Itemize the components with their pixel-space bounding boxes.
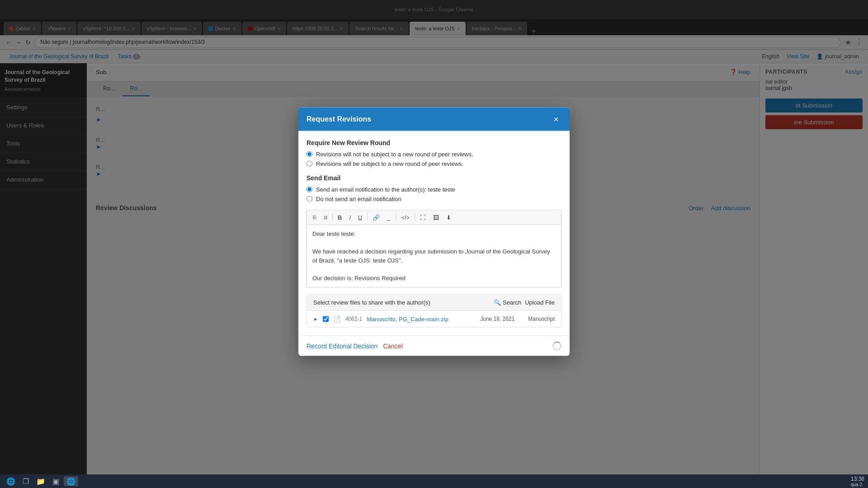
toolbar-underline-btn[interactable]: U <box>355 212 365 222</box>
cancel-button[interactable]: Cancel <box>383 343 403 350</box>
start-icon: 🌐 <box>6 477 15 486</box>
file-link-1[interactable]: Manuscrito, PG_Cade-main.zip <box>367 315 448 322</box>
loading-spinner <box>552 342 561 351</box>
upload-file-button[interactable]: Upload File <box>525 299 555 306</box>
toolbar-sep-2 <box>367 214 368 221</box>
file-type-icon: 📄 <box>333 315 341 323</box>
file-search-button[interactable]: 🔍 Search <box>494 299 521 306</box>
email-line3: Our decision is: Revisions Required <box>312 273 556 282</box>
toolbar-sep-3 <box>396 214 396 221</box>
taskbar: 🌐 ❐ 📁 ▣ 🌐 13:36 qua 2 <box>0 474 868 488</box>
toolbar-image-btn[interactable]: 🖼 <box>430 212 442 222</box>
editor-toolbar: ⎘ ⧇ B I U 🔗 ⎯ </> ⛶ 🖼 ⬇ <box>307 210 561 225</box>
email-editor[interactable]: Dear teste teste: We have reached a deci… <box>307 225 561 288</box>
file-checkbox-1[interactable] <box>323 316 329 322</box>
require-review-group: Revisions will not be subject to a new r… <box>307 151 561 167</box>
email-option-1-label: Send an email notification to the author… <box>316 186 455 193</box>
toolbar-sep-4 <box>415 214 415 221</box>
email-line2: We have reached a decision regarding you… <box>312 247 556 265</box>
toolbar-copy-btn[interactable]: ⎘ <box>310 212 320 222</box>
search-label: Search <box>503 299 521 306</box>
email-line1: Dear teste teste: <box>312 230 556 239</box>
taskbar-terminal[interactable]: ▣ <box>50 476 62 486</box>
taskbar-time: 13:36 qua 2 <box>851 476 864 487</box>
file-expand-icon[interactable]: ► <box>313 316 318 322</box>
taskbar-files[interactable]: 📁 <box>33 476 48 486</box>
modal-footer: Record Editorial Decision Cancel <box>298 336 570 356</box>
review-radio-2[interactable] <box>307 161 312 167</box>
taskbar-browser[interactable]: 🌐 <box>64 476 78 486</box>
files-icon: 📁 <box>36 477 45 486</box>
toolbar-fullscreen-btn[interactable]: ⛶ <box>417 212 429 222</box>
toolbar-link-btn[interactable]: 🔗 <box>369 212 383 222</box>
file-date-1: June 18, 2021 <box>480 316 514 322</box>
file-select-header: Select review files to share with the au… <box>307 295 561 311</box>
email-radio-1[interactable] <box>307 187 312 192</box>
toolbar-sep-1 <box>332 214 333 221</box>
modal-title: Request Revisions <box>307 115 371 123</box>
taskbar-windows[interactable]: ❐ <box>20 476 32 486</box>
toolbar-bold-btn[interactable]: B <box>335 212 345 222</box>
file-row-1: ► 📄 4062-1 Manuscrito, PG_Cade-main.zip … <box>307 311 561 327</box>
review-option-2-label: Revisions will be subject to a new round… <box>316 160 463 167</box>
review-option-1[interactable]: Revisions will not be subject to a new r… <box>307 151 561 158</box>
file-select-actions: 🔍 Search Upload File <box>494 299 555 306</box>
file-id: 4062-1 <box>345 316 362 322</box>
search-icon: 🔍 <box>494 299 501 306</box>
email-option-2-label: Do not send an email notification <box>316 196 401 202</box>
toolbar-italic-btn[interactable]: I <box>346 212 354 222</box>
review-option-2[interactable]: Revisions will be subject to a new round… <box>307 160 561 167</box>
file-type-label-1: Manuscript <box>528 316 555 322</box>
email-option-1[interactable]: Send an email notification to the author… <box>307 186 561 193</box>
email-radio-2[interactable] <box>307 196 312 202</box>
toolbar-code-btn[interactable]: </> <box>398 212 413 222</box>
request-revisions-modal: Request Revisions × Require New Review R… <box>298 108 570 356</box>
record-editorial-decision-button[interactable]: Record Editorial Decision <box>307 343 377 350</box>
toolbar-paste-btn[interactable]: ⧇ <box>321 212 330 223</box>
toolbar-unlink-btn[interactable]: ⎯ <box>384 212 394 222</box>
file-select-heading: Select review files to share with the au… <box>313 299 430 306</box>
modal-header: Request Revisions × <box>298 108 570 131</box>
modal-body: Require New Review Round Revisions will … <box>298 131 570 336</box>
windows-icon: ❐ <box>23 477 29 486</box>
modal-close-button[interactable]: × <box>551 114 561 125</box>
email-option-2[interactable]: Do not send an email notification <box>307 196 561 202</box>
review-option-1-label: Revisions will not be subject to a new r… <box>316 151 473 158</box>
require-review-heading: Require New Review Round <box>307 139 561 146</box>
send-email-group: Send an email notification to the author… <box>307 186 561 202</box>
browser-icon: 🌐 <box>66 477 75 486</box>
terminal-icon: ▣ <box>52 477 59 486</box>
upload-label: Upload File <box>525 299 555 306</box>
file-select-section: Select review files to share with the au… <box>307 294 561 328</box>
send-email-heading: Send Email <box>307 174 561 182</box>
taskbar-start[interactable]: 🌐 <box>4 476 18 486</box>
review-radio-1[interactable] <box>307 151 312 157</box>
toolbar-download-btn[interactable]: ⬇ <box>443 212 454 222</box>
